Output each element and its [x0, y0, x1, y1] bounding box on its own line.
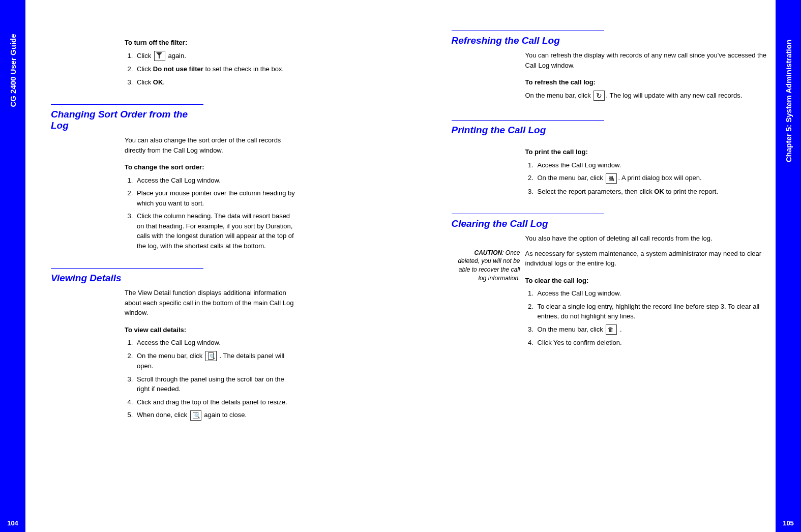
turn-off-filter-block: To turn off the filter: Click again. Cli… [51, 31, 299, 90]
refreshing-subhead: To refresh the call log: [525, 77, 771, 87]
print-step-1: Access the Call Log window. [536, 160, 771, 170]
refreshing-text: On the menu bar, click . The log will up… [525, 91, 771, 101]
left-side-tab: CG 2400 User Guide 104 [0, 0, 25, 532]
sort-step-3: Click the column heading. The data will … [135, 211, 299, 251]
page-spread: CG 2400 User Guide 104 To turn off the f… [0, 0, 801, 532]
printing-steps: Access the Call Log window. On the menu … [525, 160, 771, 197]
refreshing-title: Refreshing the Call Log [452, 31, 604, 46]
refresh-icon [594, 91, 605, 101]
clear-icon [606, 324, 617, 335]
clearing-subhead: To clear the call log: [525, 276, 771, 286]
clearing-para: As necessary for system maintenance, a s… [525, 249, 771, 269]
print-step-3: Select the report parameters, then click… [536, 187, 771, 197]
viewing-details-subhead: To view call details: [125, 325, 299, 335]
changing-sort-section: Changing Sort Order from the Log [51, 104, 299, 131]
print-icon [606, 173, 617, 184]
printing-title: Printing the Call Log [452, 120, 604, 136]
turn-off-filter-heading: To turn off the filter: [125, 38, 299, 48]
filter-off-step-3: Click OK. [135, 77, 299, 87]
viewing-details-steps: Access the Call Log window. On the menu … [125, 338, 299, 421]
print-step-2: On the menu bar, click . A print dialog … [536, 173, 771, 184]
filter-off-step-2: Click Do not use filter to set the check… [135, 64, 299, 74]
left-page: CG 2400 User Guide 104 To turn off the f… [0, 0, 401, 532]
details-step-4: Click and drag the top of the details pa… [135, 397, 299, 407]
details-step-3: Scroll through the panel using the scrol… [135, 374, 299, 394]
right-content: Refreshing the Call Log You can refresh … [452, 0, 771, 351]
clear-step-1: Access the Call Log window. [536, 288, 771, 299]
right-side-tab: Chapter 5: System Administration 105 [776, 0, 801, 532]
refreshing-section: Refreshing the Call Log [452, 31, 771, 46]
sort-step-1: Access the Call Log window. [135, 175, 299, 186]
viewing-details-section: Viewing Details [51, 268, 299, 284]
refreshing-intro: You can refresh the display with records… [525, 50, 771, 70]
printing-subhead: To print the call log: [525, 147, 771, 157]
details-step-1: Access the Call Log window. [135, 338, 299, 348]
changing-sort-steps: Access the Call Log window. Place your m… [125, 175, 299, 251]
filter-off-step-1: Click again. [135, 51, 299, 62]
detail-icon [190, 410, 201, 421]
clearing-section: Clearing the Call Log [452, 214, 771, 229]
viewing-details-title: Viewing Details [51, 268, 203, 284]
changing-sort-intro: You can also change the sort order of th… [125, 135, 299, 155]
clearing-title: Clearing the Call Log [452, 214, 604, 229]
right-page: Chapter 5: System Administration 105 Ref… [401, 0, 802, 532]
clearing-intro: You also have the option of deleting all… [525, 233, 771, 244]
details-step-2: On the menu bar, click . The details pan… [135, 351, 299, 371]
right-tab-label: Chapter 5: System Administration [784, 40, 793, 162]
left-page-number: 104 [7, 519, 18, 527]
clear-step-3: On the menu bar, click . [536, 324, 771, 335]
left-tab-label: CG 2400 User Guide [9, 34, 17, 107]
detail-icon [205, 351, 217, 361]
turn-off-filter-steps: Click again. Click Do not use filter to … [125, 51, 299, 87]
caution-note: CAUTION: Once deleted, you will not be a… [452, 249, 525, 351]
viewing-details-intro: The View Detail function displays additi… [125, 288, 299, 318]
clearing-steps: Access the Call Log window. To clear a s… [525, 288, 771, 348]
filter-icon [154, 51, 165, 61]
clear-step-4: Click Yes to confirm deletion. [536, 338, 771, 348]
left-content: To turn off the filter: Click again. Cli… [51, 0, 299, 424]
clear-step-2: To clear a single log entry, highlight t… [536, 302, 771, 321]
sort-step-2: Place your mouse pointer over the column… [135, 188, 299, 208]
changing-sort-subhead: To change the sort order: [125, 162, 299, 172]
printing-section: Printing the Call Log [452, 120, 771, 136]
right-page-number: 105 [783, 519, 794, 527]
details-step-5: When done, click again to close. [135, 410, 299, 421]
changing-sort-title: Changing Sort Order from the Log [51, 104, 203, 131]
